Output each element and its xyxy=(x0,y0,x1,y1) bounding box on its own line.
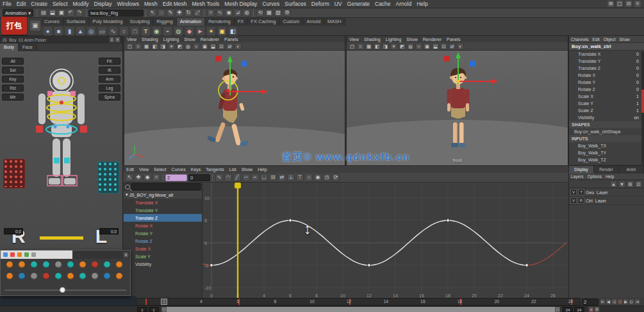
picker-canvas[interactable]: AllSelKeyRstMir FKIKArmLegSpine R L 0.0 … xyxy=(0,51,122,251)
left-knee-control[interactable] xyxy=(54,158,60,163)
cube-icon[interactable]: ■ xyxy=(54,26,63,36)
picker-button[interactable]: IK xyxy=(99,67,120,74)
move-keys-tool-icon[interactable]: ↖ xyxy=(126,174,133,181)
channel-box-menu-item[interactable]: Object xyxy=(602,37,618,42)
close-icon[interactable]: ✕ xyxy=(123,252,129,258)
new-layer-from-selected-icon[interactable]: ⊡ xyxy=(635,181,642,188)
left-shoulder-control[interactable] xyxy=(47,91,53,96)
menu-item[interactable]: Cache xyxy=(372,1,393,7)
undo-icon[interactable]: ↶ xyxy=(67,9,74,17)
isolate-select-icon[interactable]: ◐ xyxy=(457,43,464,50)
menu-item[interactable]: Display xyxy=(92,1,115,7)
pose-dot[interactable] xyxy=(55,273,62,279)
pose-dot[interactable] xyxy=(67,273,74,279)
viewport-menu-item[interactable]: Lighting xyxy=(161,37,182,42)
playblast-icon[interactable]: ► xyxy=(195,26,205,36)
menu-item[interactable]: Curves xyxy=(260,1,282,7)
move-tool-icon[interactable]: ✚ xyxy=(176,9,183,17)
key-value-field[interactable] xyxy=(188,174,210,181)
shadows-icon[interactable]: ◩ xyxy=(399,43,406,50)
shelf-tab[interactable]: Animation xyxy=(177,18,205,26)
pose-dot[interactable] xyxy=(92,261,98,268)
picker-button[interactable]: Key xyxy=(2,76,24,83)
step-tangents-icon[interactable]: ⌐ xyxy=(251,174,259,181)
auto-keyframe-icon[interactable]: ◆ xyxy=(588,306,594,312)
animation-preferences-icon[interactable]: ⚙ xyxy=(594,306,600,312)
image-plane-icon[interactable]: ⊡ xyxy=(440,43,447,50)
hamburger-menu-icon[interactable]: ≡ xyxy=(634,0,641,8)
shelf-tab[interactable]: FX xyxy=(235,18,248,26)
spline-tangents-icon[interactable]: ∿ xyxy=(215,174,223,181)
graph-outliner-row[interactable]: Rotate X xyxy=(124,222,202,229)
picker-button[interactable]: FK xyxy=(99,58,120,65)
graph-menu-item[interactable]: Show xyxy=(239,167,256,172)
render-settings-icon[interactable]: ⚙ xyxy=(283,9,291,17)
camera-icon[interactable]: ▣ xyxy=(217,26,227,36)
range-end-handle[interactable] xyxy=(555,307,560,312)
motion-blur-icon[interactable]: ≈ xyxy=(415,43,422,50)
add-keys-tool-icon[interactable]: ◆ xyxy=(144,174,151,181)
bookmark-icon[interactable]: ⬓ xyxy=(432,43,439,50)
paint-select-icon[interactable]: ✎ xyxy=(167,9,174,17)
animation-end-field[interactable]: 24 xyxy=(574,307,584,312)
channel-row[interactable]: Rotate X 0 xyxy=(569,72,644,79)
snap-to-plane-icon[interactable]: ⊿ xyxy=(234,9,242,17)
channel-box-menu-item[interactable]: Show xyxy=(617,37,631,42)
text-tool-icon[interactable]: T xyxy=(141,26,151,36)
torus-icon[interactable]: ◎ xyxy=(87,26,96,36)
picker-button[interactable]: Rst xyxy=(2,85,24,92)
nurbs-circle-icon[interactable]: ○ xyxy=(119,26,129,36)
graph-outliner-row[interactable]: Scale Y xyxy=(124,252,202,260)
channel-value[interactable]: 1 xyxy=(636,93,639,100)
channel-box-menu-item[interactable]: Channels xyxy=(569,37,590,42)
overlay-side-button[interactable]: ▣ xyxy=(29,20,41,31)
menu-item[interactable]: Edit Mesh xyxy=(160,1,190,7)
ambient-occlusion-icon[interactable]: ◍ xyxy=(407,43,414,50)
pose-scale-slider[interactable] xyxy=(4,287,126,293)
menu-item[interactable]: Mesh Display xyxy=(222,1,260,7)
plateau-tangents-icon[interactable]: ◡ xyxy=(260,174,268,181)
graph-outliner-row[interactable]: Translate Y xyxy=(124,206,202,214)
color-chip[interactable] xyxy=(10,252,15,257)
shelf-tab[interactable]: Curves xyxy=(41,18,63,26)
channel-value[interactable]: 1 xyxy=(636,100,639,107)
viewport-menu-item[interactable]: View xyxy=(347,37,361,42)
color-chip[interactable] xyxy=(3,252,8,257)
nurbs-square-icon[interactable]: □ xyxy=(130,26,140,36)
pose-dot[interactable] xyxy=(43,273,49,279)
cylinder-icon[interactable]: ▮ xyxy=(65,26,74,36)
picker-progress-bar[interactable] xyxy=(40,236,83,240)
shaded-icon[interactable]: ◧ xyxy=(374,43,381,50)
viewport-3d-view[interactable]: front xyxy=(347,51,568,165)
picker-value-field[interactable]: 0.0 xyxy=(99,228,119,234)
channel-box-menu-item[interactable]: Edit xyxy=(590,37,601,42)
channel-row[interactable]: Translate Z 0 xyxy=(569,65,644,72)
graph-menu-item[interactable]: View xyxy=(136,167,151,172)
lattice-deform-keys-icon[interactable]: ⌗ xyxy=(153,174,160,181)
picker-button[interactable]: All xyxy=(2,58,24,65)
picker-value-field[interactable]: 0.0 xyxy=(4,228,23,234)
channel-row[interactable]: Boy_Walk_TX xyxy=(569,142,644,149)
panel-close-icon[interactable]: ✕ xyxy=(115,37,120,43)
save-scene-icon[interactable]: ▣ xyxy=(58,9,65,17)
value-snap-icon[interactable]: ⟳ xyxy=(332,174,340,181)
layer-menu-item[interactable]: Layers xyxy=(569,174,586,179)
viewport-menu-item[interactable]: Show xyxy=(404,37,420,42)
wireframe-icon[interactable]: ▦ xyxy=(143,43,150,50)
linear-tangents-icon[interactable]: ╱ xyxy=(233,174,241,181)
layer-editor-tab[interactable]: Anim xyxy=(619,166,644,174)
sphere-icon[interactable]: ● xyxy=(43,26,53,36)
record-icon[interactable]: ● xyxy=(617,299,623,305)
expand-arrow-icon[interactable]: ▾ xyxy=(126,192,128,197)
layout-single-pane-icon[interactable]: ▢ xyxy=(616,0,623,8)
channel-value[interactable]: 0 xyxy=(636,65,639,72)
right-knee-control[interactable] xyxy=(64,158,70,163)
step-forward-frame-icon[interactable]: ▷ xyxy=(629,299,634,305)
play-forward-icon[interactable]: ▶ xyxy=(623,299,629,305)
plane-handle-red[interactable] xyxy=(444,56,450,62)
pose-dot[interactable] xyxy=(19,273,25,279)
new-empty-layer-icon[interactable]: ⊞ xyxy=(627,181,634,188)
graph-menu-item[interactable]: Keys xyxy=(188,167,204,172)
ik-handle-icon[interactable]: ⌁ xyxy=(163,26,172,36)
plane-handle-blue[interactable] xyxy=(470,61,475,67)
